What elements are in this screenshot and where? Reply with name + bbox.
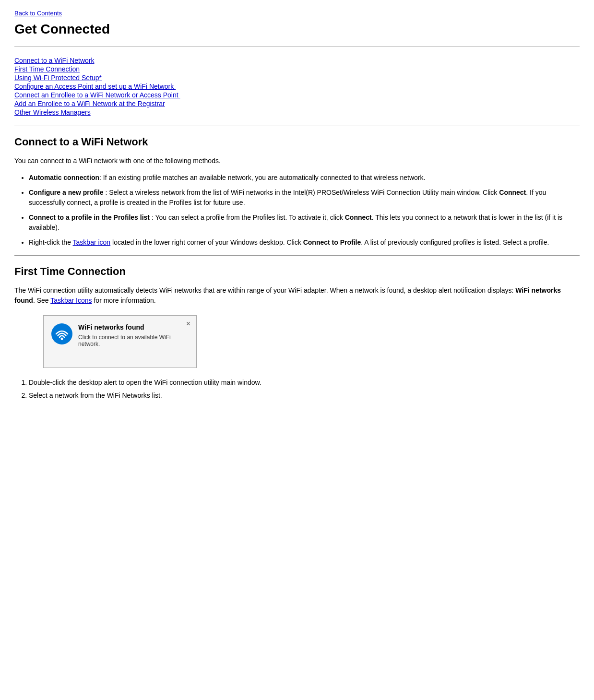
toc-link-connect-wifi[interactable]: Connect to a WiFi Network [14, 57, 580, 64]
bullet-bold-1: Automatic connection [29, 174, 99, 181]
connect-wifi-title: Connect to a WiFi Network [14, 136, 580, 148]
toc-link-other-managers[interactable]: Other Wireless Managers [14, 108, 580, 116]
first-time-intro: The WiFi connection utility automaticall… [14, 285, 580, 306]
first-time-bold: WiFi networks found [14, 286, 561, 304]
toc-link-enrollee[interactable]: Connect an Enrollee to a WiFi Network or… [14, 91, 580, 99]
connect-wifi-intro: You can connect to a WiFi network with o… [14, 156, 580, 166]
first-time-title: First Time Connection [14, 265, 580, 278]
taskbar-icon-link-1[interactable]: Taskbar icon [73, 238, 111, 246]
toc-link-add-enrollee[interactable]: Add an Enrollee to a WiFi Network at the… [14, 100, 580, 107]
list-item: Right-click the Taskbar icon located in … [29, 237, 580, 248]
bullet-rest-1: : If an existing profile matches an avai… [99, 174, 425, 181]
divider-top [14, 47, 580, 47]
list-item: Configure a new profile : Select a wirel… [29, 188, 580, 208]
divider-after-toc [14, 126, 580, 126]
list-item: Connect to a profile in the Profiles lis… [29, 213, 580, 233]
first-time-section: First Time Connection The WiFi connectio… [14, 265, 580, 401]
taskbar-icons-link[interactable]: Taskbar Icons [50, 297, 92, 304]
notification-body: Click to connect to an available WiFi ne… [78, 334, 189, 347]
list-item: Automatic connection: If an existing pro… [29, 173, 580, 183]
notification-title: WiFi networks found [78, 323, 189, 331]
notification-mockup: WiFi networks found Click to connect to … [43, 315, 197, 368]
bullet-bold-2: Configure a new profile [29, 189, 104, 196]
divider-after-section1 [14, 255, 580, 256]
list-item: Double-click the desktop alert to open t… [29, 378, 580, 388]
page-title: Get Connected [14, 22, 580, 37]
connect-wifi-bullets: Automatic connection: If an existing pro… [29, 173, 580, 248]
toc-link-wps[interactable]: Using Wi-Fi Protected Setup* [14, 74, 580, 82]
bullet-rest-2-text: : Select a wireless network from the lis… [29, 189, 546, 206]
bullet-taskbar: Right-click the Taskbar icon located in … [29, 238, 549, 246]
connect-wifi-section: Connect to a WiFi Network You can connec… [14, 136, 580, 248]
back-to-contents-link[interactable]: Back to Contents [14, 10, 580, 17]
notification-content: WiFi networks found Click to connect to … [78, 323, 189, 347]
notification-close-button[interactable]: × [186, 320, 190, 328]
first-time-steps: Double-click the desktop alert to open t… [29, 378, 580, 401]
list-item: Select a network from the WiFi Networks … [29, 391, 580, 401]
svg-point-1 [61, 338, 63, 340]
bullet-bold-3: Connect to a profile in the Profiles lis… [29, 214, 150, 221]
toc-section: Connect to a WiFi Network First Time Con… [14, 57, 580, 116]
wifi-notification-icon [51, 323, 72, 344]
toc-link-first-time[interactable]: First Time Connection [14, 65, 580, 73]
toc-link-configure-ap[interactable]: Configure an Access Point and set up a W… [14, 83, 580, 90]
